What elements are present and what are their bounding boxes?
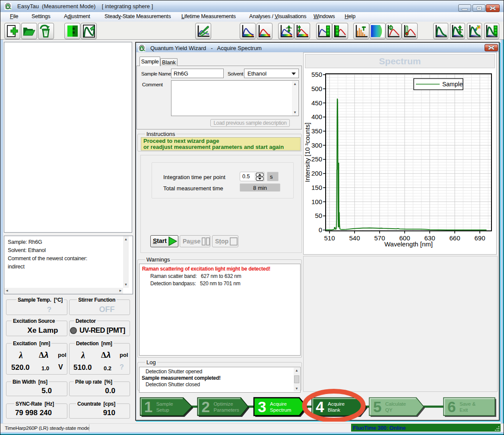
svg-text:Calculate: Calculate [385, 401, 406, 407]
svg-text:300: 300 [311, 142, 322, 149]
svg-text:Blank: Blank [328, 407, 340, 413]
svg-text:1: 1 [144, 398, 152, 415]
svg-text:QY: QY [385, 407, 393, 413]
svg-text:Intensity [10 ³counts]: Intensity [10 ³counts] [304, 123, 311, 182]
svg-text:Save &: Save & [460, 401, 475, 407]
svg-text:Setup: Setup [156, 407, 169, 413]
svg-text:4: 4 [316, 398, 324, 415]
svg-text:540: 540 [349, 234, 360, 242]
svg-text:5: 5 [373, 398, 381, 415]
svg-text:Spectrum: Spectrum [270, 407, 291, 413]
svg-text:Acquire: Acquire [270, 401, 287, 407]
svg-text:50: 50 [315, 212, 322, 219]
svg-text:250: 250 [311, 155, 322, 163]
svg-text:Acquire: Acquire [328, 401, 345, 407]
svg-text:Sample: Sample [156, 401, 173, 407]
svg-text:510: 510 [324, 234, 335, 242]
svg-text:0: 0 [319, 226, 322, 233]
svg-text:Exit: Exit [460, 407, 468, 413]
svg-text:200: 200 [311, 170, 322, 177]
svg-text:450: 450 [311, 99, 322, 107]
svg-text:660: 660 [449, 234, 460, 242]
svg-text:Wavelength [nm]: Wavelength [nm] [384, 240, 433, 248]
svg-text:Parameters: Parameters [213, 407, 239, 413]
svg-text:Optimize: Optimize [213, 401, 233, 407]
svg-text:690: 690 [474, 234, 485, 242]
svg-text:2: 2 [201, 398, 209, 415]
svg-text:550: 550 [311, 71, 322, 78]
svg-text:6: 6 [447, 398, 456, 415]
svg-text:Sample: Sample [442, 81, 463, 88]
svg-text:100: 100 [311, 198, 322, 205]
svg-text:350: 350 [311, 127, 322, 135]
svg-text:400: 400 [311, 113, 322, 120]
svg-text:150: 150 [311, 184, 322, 191]
svg-text:500: 500 [311, 85, 322, 92]
svg-text:570: 570 [374, 234, 385, 242]
svg-text:3: 3 [258, 398, 266, 415]
